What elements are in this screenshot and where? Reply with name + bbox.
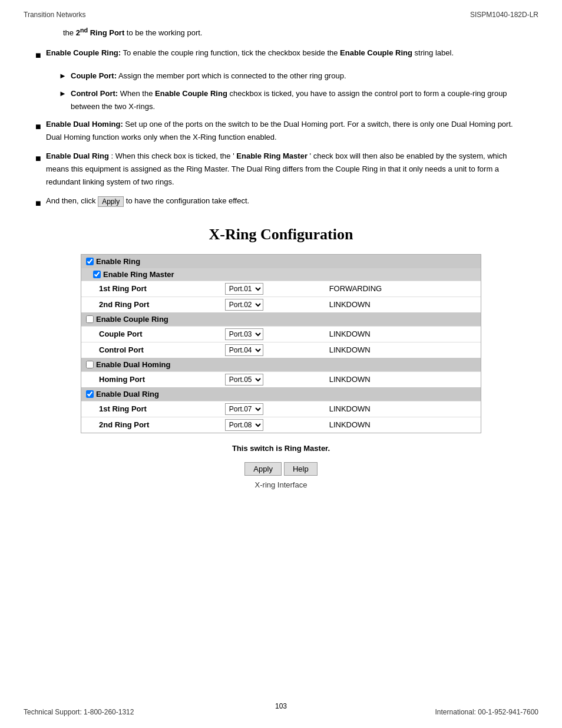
xring-config-table: Enable Ring Enable Ring Master 1st <box>81 254 481 433</box>
header-right: SISPM1040-182D-LR <box>470 11 538 19</box>
enable-ring-master-checkbox[interactable] <box>93 271 101 278</box>
bullet-enable-dual-homing: ■ Enable Dual Homing: Set up one of the … <box>35 118 527 144</box>
ring-port-2-status: LINKDOWN <box>325 297 481 312</box>
enable-ring-row: Enable Ring <box>81 255 481 268</box>
section-title: X-Ring Configuration <box>35 226 527 243</box>
bullet-apply-instruction: ■ And then, click Apply to have the conf… <box>35 195 527 211</box>
enable-couple-ring-checkbox[interactable] <box>86 315 94 323</box>
enable-ring-text: Enable Ring <box>96 257 140 266</box>
bullet-enable-couple-ring: ■ Enable Couple Ring: To enable the coup… <box>35 47 527 63</box>
bullet-square-1: ■ <box>35 47 46 63</box>
couple-port-status: LINKDOWN <box>325 326 481 342</box>
intro-line1: the 2nd Ring Port to be the working port… <box>35 25 527 39</box>
homing-port-status: LINKDOWN <box>325 371 481 387</box>
couple-port-row: Couple Port Port.01Port.02Port.03 Port.0… <box>81 326 481 342</box>
sub-bullet-control-port: ► Control Port: When the Enable Couple R… <box>59 87 527 113</box>
bullet1-label: Enable Couple Ring: <box>46 48 121 57</box>
ring-port-1-row: 1st Ring Port Port.01Port.02Port.03 Port… <box>81 281 481 297</box>
ring-port-1-label: 1st Ring Port <box>81 281 220 297</box>
enable-ring-master-row: Enable Ring Master <box>81 268 481 281</box>
enable-dual-homing-text: Enable Dual Homing <box>96 360 170 369</box>
dual-ring-port-1-select[interactable]: Port.01Port.02Port.03 Port.04Port.05Port… <box>225 403 263 415</box>
ring-port-2-row: 2nd Ring Port Port.01Port.02Port.03 Port… <box>81 297 481 312</box>
page-number: 103 <box>0 702 562 710</box>
enable-couple-ring-label[interactable]: Enable Couple Ring <box>86 315 476 324</box>
ring-master-message: This switch is Ring Master. <box>35 444 527 453</box>
dual-ring-port-2-status: LINKDOWN <box>325 417 481 433</box>
dual-ring-port-2-row: 2nd Ring Port Port.01Port.02Port.03 Port… <box>81 417 481 433</box>
bullet-square-2: ■ <box>35 118 46 144</box>
couple-port-select-cell: Port.01Port.02Port.03 Port.04Port.05Port… <box>220 326 325 342</box>
bullet-square-3: ■ <box>35 150 46 189</box>
enable-ring-checkbox[interactable] <box>86 258 94 265</box>
enable-dual-ring-text: Enable Dual Ring <box>96 390 159 398</box>
ring-port-1-select[interactable]: Port.01Port.02Port.03 Port.04Port.05Port… <box>225 283 263 295</box>
homing-port-label: Homing Port <box>81 371 220 387</box>
enable-dual-homing-label[interactable]: Enable Dual Homing <box>86 360 476 369</box>
ring-port-2-select-cell: Port.01Port.02Port.03 Port.04Port.05Port… <box>220 297 325 312</box>
sub-bullet-couple-port: ► Couple Port: Assign the member port wh… <box>59 70 527 83</box>
enable-couple-ring-row: Enable Couple Ring <box>81 312 481 327</box>
control-port-select-cell: Port.01Port.02Port.03 Port.04Port.05Port… <box>220 342 325 358</box>
enable-ring-master-text: Enable Ring Master <box>103 270 174 279</box>
apply-button[interactable]: Apply <box>244 462 282 476</box>
control-port-status: LINKDOWN <box>325 342 481 358</box>
homing-port-select-cell: Port.01Port.02Port.03 Port.04Port.05Port… <box>220 371 325 387</box>
header-left: Transition Networks <box>24 11 86 19</box>
dual-ring-port-2-select-cell: Port.01Port.02Port.03 Port.04Port.05Port… <box>220 417 325 433</box>
control-port-label: Control Port <box>81 342 220 358</box>
couple-port-label: Couple Port <box>81 326 220 342</box>
dual-ring-port-2-label: 2nd Ring Port <box>81 417 220 433</box>
homing-port-select[interactable]: Port.01Port.02Port.03 Port.04Port.05Port… <box>225 374 263 386</box>
help-button[interactable]: Help <box>284 462 318 476</box>
couple-port-select[interactable]: Port.01Port.02Port.03 Port.04Port.05Port… <box>225 328 263 340</box>
page-header: Transition Networks SISPM1040-182D-LR <box>0 0 562 19</box>
ring-port-1-select-cell: Port.01Port.02Port.03 Port.04Port.05Port… <box>220 281 325 297</box>
ring-port-1-status: FORWARDING <box>325 281 481 297</box>
dual-ring-port-1-label: 1st Ring Port <box>81 401 220 417</box>
dual-ring-port-1-row: 1st Ring Port Port.01Port.02Port.03 Port… <box>81 401 481 417</box>
control-port-row: Control Port Port.01Port.02Port.03 Port.… <box>81 342 481 358</box>
enable-ring-master-label[interactable]: Enable Ring Master <box>93 270 476 279</box>
ring-port-2-label: 2nd Ring Port <box>81 297 220 312</box>
enable-dual-homing-checkbox[interactable] <box>86 361 94 368</box>
enable-ring-label[interactable]: Enable Ring <box>86 257 476 266</box>
bullet-enable-dual-ring: ■ Enable Dual Ring : When this check box… <box>35 150 527 189</box>
interface-label: X-ring Interface <box>35 480 527 489</box>
bottom-buttons: Apply Help <box>35 462 527 476</box>
enable-dual-homing-row: Enable Dual Homing <box>81 358 481 372</box>
bullet-square-4: ■ <box>35 195 46 211</box>
control-port-select[interactable]: Port.01Port.02Port.03 Port.04Port.05Port… <box>225 344 263 356</box>
dual-ring-port-2-select[interactable]: Port.01Port.02Port.03 Port.04Port.05Port… <box>225 419 263 431</box>
apply-button-inline[interactable]: Apply <box>98 196 124 207</box>
enable-dual-ring-checkbox[interactable] <box>86 390 94 398</box>
bullet-couple-ring-text: Enable Couple Ring: To enable the couple… <box>46 47 527 63</box>
dual-ring-port-1-select-cell: Port.01Port.02Port.03 Port.04Port.05Port… <box>220 401 325 417</box>
homing-port-row: Homing Port Port.01Port.02Port.03 Port.0… <box>81 371 481 387</box>
enable-dual-ring-label[interactable]: Enable Dual Ring <box>86 390 476 398</box>
dual-ring-port-1-status: LINKDOWN <box>325 401 481 417</box>
enable-couple-ring-text: Enable Couple Ring <box>96 315 168 324</box>
main-content: the 2nd Ring Port to be the working port… <box>0 19 562 508</box>
ring-port-2-select[interactable]: Port.01Port.02Port.03 Port.04Port.05Port… <box>225 299 263 311</box>
enable-dual-ring-row: Enable Dual Ring <box>81 387 481 401</box>
config-table: Enable Ring Enable Ring Master 1st <box>81 255 481 433</box>
